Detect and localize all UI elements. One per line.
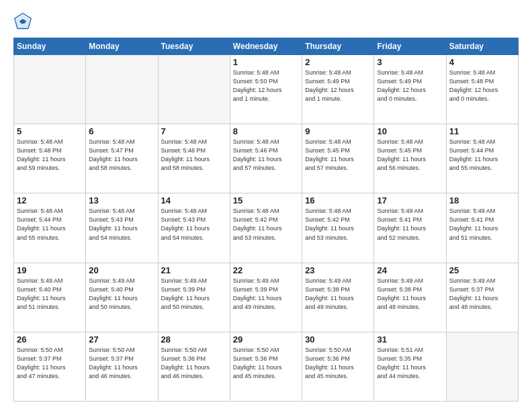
day-info: Sunrise: 5:50 AM Sunset: 5:36 PM Dayligh… [161,346,227,381]
day-number: 15 [233,195,299,205]
calendar-header-row: SundayMondayTuesdayWednesdayThursdayFrid… [14,38,519,55]
day-number: 11 [449,126,515,136]
calendar-cell: 1Sunrise: 5:48 AM Sunset: 5:50 PM Daylig… [230,55,302,124]
day-number: 21 [161,265,227,275]
day-header-sunday: Sunday [14,38,86,55]
day-number: 2 [305,57,371,67]
day-info: Sunrise: 5:48 AM Sunset: 5:45 PM Dayligh… [305,138,371,173]
day-number: 25 [449,265,515,275]
day-number: 7 [161,126,227,136]
day-number: 19 [17,265,83,275]
calendar-cell: 17Sunrise: 5:49 AM Sunset: 5:41 PM Dayli… [374,193,446,263]
calendar-cell [158,55,230,124]
calendar-cell: 23Sunrise: 5:49 AM Sunset: 5:38 PM Dayli… [302,263,374,332]
calendar-cell: 29Sunrise: 5:50 AM Sunset: 5:36 PM Dayli… [230,332,302,401]
day-info: Sunrise: 5:48 AM Sunset: 5:49 PM Dayligh… [377,68,443,103]
calendar-cell: 12Sunrise: 5:48 AM Sunset: 5:44 PM Dayli… [14,193,86,263]
calendar-table: SundayMondayTuesdayWednesdayThursdayFrid… [13,38,519,402]
calendar-week-row: 1Sunrise: 5:48 AM Sunset: 5:50 PM Daylig… [14,55,519,124]
day-number: 10 [377,126,443,136]
calendar-cell: 6Sunrise: 5:48 AM Sunset: 5:47 PM Daylig… [86,124,158,193]
calendar-cell: 26Sunrise: 5:50 AM Sunset: 5:37 PM Dayli… [14,332,86,401]
day-info: Sunrise: 5:49 AM Sunset: 5:40 PM Dayligh… [89,277,154,312]
day-header-monday: Monday [86,38,158,55]
day-info: Sunrise: 5:49 AM Sunset: 5:41 PM Dayligh… [377,207,443,242]
day-info: Sunrise: 5:49 AM Sunset: 5:39 PM Dayligh… [161,277,227,312]
calendar-cell: 20Sunrise: 5:49 AM Sunset: 5:40 PM Dayli… [86,263,158,332]
day-info: Sunrise: 5:49 AM Sunset: 5:41 PM Dayligh… [449,207,515,242]
day-number: 5 [17,126,83,136]
calendar-cell: 7Sunrise: 5:48 AM Sunset: 5:46 PM Daylig… [158,124,230,193]
day-info: Sunrise: 5:48 AM Sunset: 5:44 PM Dayligh… [17,207,83,242]
day-info: Sunrise: 5:48 AM Sunset: 5:48 PM Dayligh… [17,138,83,173]
day-header-tuesday: Tuesday [158,38,230,55]
day-info: Sunrise: 5:49 AM Sunset: 5:40 PM Dayligh… [17,277,83,312]
day-number: 24 [377,265,443,275]
calendar-cell [14,55,86,124]
day-info: Sunrise: 5:48 AM Sunset: 5:47 PM Dayligh… [89,138,154,173]
day-info: Sunrise: 5:51 AM Sunset: 5:35 PM Dayligh… [377,346,443,381]
day-info: Sunrise: 5:48 AM Sunset: 5:44 PM Dayligh… [449,138,515,173]
day-number: 12 [17,195,83,205]
day-number: 30 [305,334,371,345]
calendar-cell [446,332,518,401]
day-number: 17 [377,195,443,205]
calendar-cell: 15Sunrise: 5:48 AM Sunset: 5:42 PM Dayli… [230,193,302,263]
calendar-cell: 30Sunrise: 5:50 AM Sunset: 5:36 PM Dayli… [302,332,374,401]
calendar-cell: 21Sunrise: 5:49 AM Sunset: 5:39 PM Dayli… [158,263,230,332]
day-info: Sunrise: 5:48 AM Sunset: 5:43 PM Dayligh… [161,207,227,242]
day-number: 22 [233,265,299,275]
calendar-cell: 5Sunrise: 5:48 AM Sunset: 5:48 PM Daylig… [14,124,86,193]
day-header-saturday: Saturday [446,38,518,55]
day-info: Sunrise: 5:49 AM Sunset: 5:38 PM Dayligh… [305,277,371,312]
logo-icon [13,12,32,31]
day-number: 3 [377,57,443,67]
calendar-cell: 22Sunrise: 5:49 AM Sunset: 5:39 PM Dayli… [230,263,302,332]
page: SundayMondayTuesdayWednesdayThursdayFrid… [0,0,532,411]
day-info: Sunrise: 5:50 AM Sunset: 5:36 PM Dayligh… [305,346,371,381]
day-number: 16 [305,195,371,205]
day-number: 18 [449,195,515,205]
day-number: 31 [377,334,443,345]
calendar-cell: 4Sunrise: 5:48 AM Sunset: 5:48 PM Daylig… [446,55,518,124]
day-info: Sunrise: 5:48 AM Sunset: 5:46 PM Dayligh… [161,138,227,173]
day-number: 28 [161,334,227,345]
day-info: Sunrise: 5:48 AM Sunset: 5:50 PM Dayligh… [233,68,299,103]
calendar-cell: 9Sunrise: 5:48 AM Sunset: 5:45 PM Daylig… [302,124,374,193]
day-number: 26 [17,334,83,345]
day-info: Sunrise: 5:48 AM Sunset: 5:43 PM Dayligh… [89,207,154,242]
day-info: Sunrise: 5:49 AM Sunset: 5:37 PM Dayligh… [449,277,515,312]
day-info: Sunrise: 5:49 AM Sunset: 5:38 PM Dayligh… [377,277,443,312]
calendar-cell: 18Sunrise: 5:49 AM Sunset: 5:41 PM Dayli… [446,193,518,263]
day-number: 14 [161,195,227,205]
calendar-cell: 16Sunrise: 5:48 AM Sunset: 5:42 PM Dayli… [302,193,374,263]
day-number: 1 [233,57,299,67]
day-info: Sunrise: 5:50 AM Sunset: 5:37 PM Dayligh… [89,346,154,381]
header [13,12,519,31]
calendar-cell: 2Sunrise: 5:48 AM Sunset: 5:49 PM Daylig… [302,55,374,124]
day-number: 4 [449,57,515,67]
day-info: Sunrise: 5:48 AM Sunset: 5:46 PM Dayligh… [233,138,299,173]
calendar-cell: 10Sunrise: 5:48 AM Sunset: 5:45 PM Dayli… [374,124,446,193]
day-info: Sunrise: 5:48 AM Sunset: 5:49 PM Dayligh… [305,68,371,103]
day-number: 13 [89,195,154,205]
calendar-cell: 11Sunrise: 5:48 AM Sunset: 5:44 PM Dayli… [446,124,518,193]
calendar-cell: 25Sunrise: 5:49 AM Sunset: 5:37 PM Dayli… [446,263,518,332]
calendar-cell: 3Sunrise: 5:48 AM Sunset: 5:49 PM Daylig… [374,55,446,124]
calendar-cell: 27Sunrise: 5:50 AM Sunset: 5:37 PM Dayli… [86,332,158,401]
day-number: 27 [89,334,154,345]
day-info: Sunrise: 5:50 AM Sunset: 5:36 PM Dayligh… [233,346,299,381]
calendar-cell [86,55,158,124]
day-info: Sunrise: 5:49 AM Sunset: 5:39 PM Dayligh… [233,277,299,312]
logo [13,12,35,31]
day-info: Sunrise: 5:48 AM Sunset: 5:42 PM Dayligh… [305,207,371,242]
calendar-cell: 13Sunrise: 5:48 AM Sunset: 5:43 PM Dayli… [86,193,158,263]
day-header-friday: Friday [374,38,446,55]
day-header-thursday: Thursday [302,38,374,55]
day-number: 6 [89,126,154,136]
day-info: Sunrise: 5:48 AM Sunset: 5:48 PM Dayligh… [449,68,515,103]
calendar-cell: 31Sunrise: 5:51 AM Sunset: 5:35 PM Dayli… [374,332,446,401]
day-number: 9 [305,126,371,136]
calendar-cell: 19Sunrise: 5:49 AM Sunset: 5:40 PM Dayli… [14,263,86,332]
calendar-cell: 28Sunrise: 5:50 AM Sunset: 5:36 PM Dayli… [158,332,230,401]
